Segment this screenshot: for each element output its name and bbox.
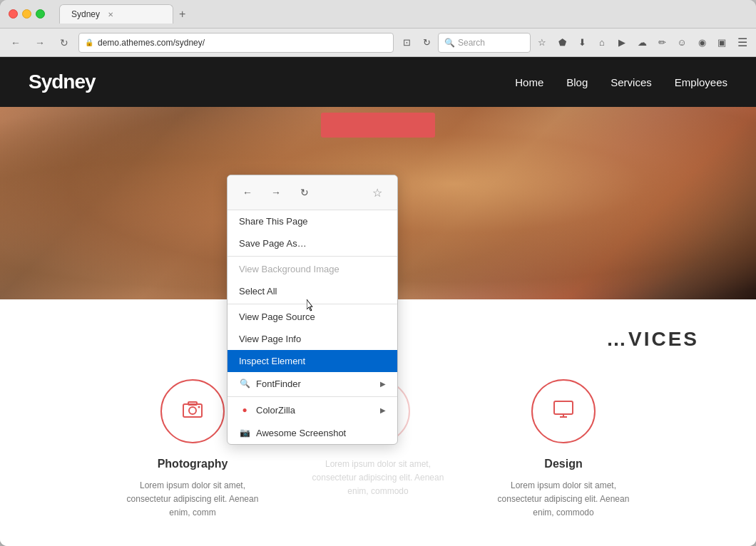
website-content: Sydney Home Blog Services Employees …VIC… [0, 57, 756, 546]
download-icon[interactable]: ⬇ [573, 34, 591, 51]
ctx-back-button[interactable]: ← [236, 181, 259, 204]
search-text: Search [458, 38, 485, 48]
new-tab-button[interactable]: + [173, 5, 191, 24]
close-button[interactable] [9, 9, 18, 19]
plugin2-icon[interactable]: ▣ [713, 34, 730, 51]
plugin1-icon[interactable]: ◉ [693, 34, 710, 51]
context-menu-overlay: ← → ↻ ☆ Share This Page Save Page As… Vi… [0, 57, 756, 546]
ctx-save-label: Save Page As… [239, 238, 307, 249]
awesome-screenshot-icon: 📷 [239, 427, 250, 438]
ctx-view-source-label: View Page Source [239, 311, 315, 322]
minimize-button[interactable] [22, 9, 31, 19]
extensions-icon[interactable]: ✏ [653, 34, 670, 51]
ctx-colorzilla[interactable]: ● ColorZilla ▶ [228, 398, 397, 421]
ctx-view-bg-label: View Background Image [239, 264, 339, 274]
home-icon[interactable]: ⌂ [593, 34, 611, 51]
title-bar: Sydney ✕ + [0, 0, 756, 29]
traffic-lights [9, 9, 45, 19]
star-icon[interactable]: ☆ [533, 34, 551, 51]
emoji-icon[interactable]: ☺ [673, 34, 690, 51]
ctx-select-all[interactable]: Select All [228, 280, 397, 302]
toolbar: ← → ↻ 🔒 demo.athemes.com/sydney/ ⊡ ↻ 🔍 S… [0, 29, 756, 57]
ctx-separator-1 [228, 256, 397, 257]
pocket-icon[interactable]: ⬟ [553, 34, 571, 51]
ctx-inspect-label: Inspect Element [239, 356, 305, 366]
ctx-bookmark-button[interactable]: ☆ [366, 181, 389, 204]
tab-close-button[interactable]: ✕ [106, 9, 116, 19]
toolbar-icons: ⊡ ↻ 🔍 Search ☆ ⬟ ⬇ ⌂ ▶ ☁ ✏ ☺ ◉ ▣ [398, 33, 730, 53]
ctx-colorzilla-label: ColorZilla [256, 405, 295, 416]
context-menu: ← → ↻ ☆ Share This Page Save Page As… Vi… [227, 175, 398, 445]
ctx-awesome-screenshot-label: Awesome Screenshot [256, 428, 346, 438]
tab-bar: Sydney ✕ + [59, 4, 747, 24]
back-button[interactable]: ← [6, 33, 26, 53]
search-bar[interactable]: 🔍 Search [438, 33, 531, 53]
ctx-separator-2 [228, 304, 397, 304]
search-icon: 🔍 [444, 38, 455, 48]
fontfinder-arrow: ▶ [380, 380, 386, 388]
url-text: demo.athemes.com/sydney/ [98, 38, 387, 48]
ctx-view-page-info-label: View Page Info [239, 334, 301, 344]
active-tab[interactable]: Sydney ✕ [59, 4, 173, 24]
reload-button[interactable]: ↻ [54, 33, 74, 53]
ctx-share-page[interactable]: Share This Page [228, 210, 397, 232]
ctx-fontfinder[interactable]: 🔍 FontFinder ▶ [228, 372, 397, 395]
forward-button[interactable]: → [30, 33, 50, 53]
maximize-button[interactable] [36, 9, 45, 19]
ctx-select-all-label: Select All [239, 286, 277, 297]
colorzilla-arrow: ▶ [380, 406, 386, 414]
reader-mode-icon[interactable]: ⊡ [398, 34, 415, 51]
ctx-share-label: Share This Page [239, 216, 308, 227]
address-bar[interactable]: 🔒 demo.athemes.com/sydney/ [78, 33, 394, 53]
tab-title: Sydney [71, 9, 100, 19]
lock-icon: 🔒 [85, 38, 93, 46]
ctx-awesome-screenshot[interactable]: 📷 Awesome Screenshot [228, 421, 397, 444]
ctx-reload-button[interactable]: ↻ [293, 181, 316, 204]
colorzilla-icon: ● [239, 404, 250, 416]
reload-icon[interactable]: ↻ [418, 34, 435, 51]
context-menu-nav: ← → ↻ ☆ [228, 175, 397, 210]
ctx-forward-button[interactable]: → [265, 181, 287, 204]
hamburger-menu[interactable]: ☰ [735, 33, 750, 52]
ctx-view-source[interactable]: View Page Source [228, 306, 397, 328]
sync-icon[interactable]: ☁ [633, 34, 650, 51]
send-icon[interactable]: ▶ [613, 34, 630, 51]
ctx-fontfinder-label: FontFinder [256, 378, 301, 389]
ctx-view-page-info[interactable]: View Page Info [228, 328, 397, 350]
ctx-save-page[interactable]: Save Page As… [228, 232, 397, 254]
ctx-separator-3 [228, 396, 397, 397]
browser-window: Sydney ✕ + ← → ↻ 🔒 demo.athemes.com/sydn… [0, 0, 756, 546]
ctx-view-bg-image[interactable]: View Background Image [228, 258, 397, 280]
ctx-inspect-element[interactable]: Inspect Element [228, 350, 397, 372]
fontfinder-icon: 🔍 [239, 378, 250, 389]
